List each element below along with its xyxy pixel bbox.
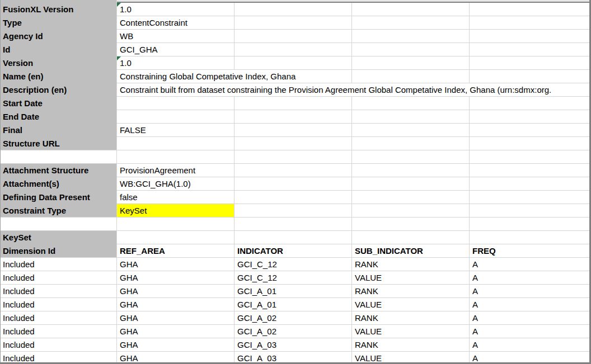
empty-cell[interactable]: [352, 137, 470, 150]
empty-cell[interactable]: [470, 218, 591, 231]
empty-cell[interactable]: [470, 56, 591, 70]
value-structure-url[interactable]: [117, 137, 234, 150]
empty-cell[interactable]: [352, 30, 470, 43]
cell-indicator[interactable]: GCI_A_02: [234, 311, 352, 325]
value-end-date[interactable]: [117, 110, 234, 124]
label-dimension-id[interactable]: Dimension Id: [0, 244, 117, 258]
keyset-header-freq[interactable]: FREQ: [470, 244, 591, 258]
empty-cell[interactable]: [352, 43, 470, 56]
cell-indicator[interactable]: GCI_C_12: [234, 271, 352, 285]
cell-sub-indicator[interactable]: RANK: [352, 311, 470, 325]
cell-included[interactable]: Included: [0, 271, 117, 285]
cell-sub-indicator[interactable]: VALUE: [352, 298, 470, 311]
empty-cell[interactable]: [0, 218, 117, 231]
empty-cell[interactable]: [470, 150, 591, 164]
empty-cell[interactable]: [352, 16, 470, 30]
empty-cell[interactable]: [234, 97, 352, 110]
empty-cell[interactable]: [117, 150, 234, 164]
empty-cell[interactable]: [470, 191, 591, 204]
empty-cell[interactable]: [352, 56, 470, 70]
label-constraint-type[interactable]: Constraint Type: [0, 204, 117, 218]
value-agency-id[interactable]: WB: [117, 30, 234, 43]
cell-indicator[interactable]: GCI_A_03: [234, 338, 352, 352]
empty-cell[interactable]: [352, 191, 470, 204]
cell-sub-indicator[interactable]: VALUE: [352, 325, 470, 338]
cell-freq[interactable]: A: [470, 285, 591, 298]
value-description-en[interactable]: Constraint built from dataset constraini…: [117, 83, 591, 97]
cell-included[interactable]: Included: [0, 325, 117, 338]
empty-cell[interactable]: [352, 218, 470, 231]
empty-cell[interactable]: [234, 124, 352, 137]
cell-sub-indicator[interactable]: VALUE: [352, 271, 470, 285]
keyset-header-ref-area[interactable]: REF_AREA: [117, 244, 234, 258]
empty-cell[interactable]: [352, 164, 470, 177]
value-attachment-structure[interactable]: ProvisionAgreement: [117, 164, 234, 177]
label-start-date[interactable]: Start Date: [0, 97, 117, 110]
empty-cell[interactable]: [470, 231, 591, 244]
value-type[interactable]: ContentConstraint: [117, 16, 234, 30]
cell-freq[interactable]: A: [470, 298, 591, 311]
cell-ref-area[interactable]: GHA: [117, 311, 234, 325]
empty-cell[interactable]: [234, 137, 352, 150]
label-attachments[interactable]: Attachment(s): [0, 177, 117, 191]
cell-indicator[interactable]: GCI_A_02: [234, 325, 352, 338]
empty-cell[interactable]: [0, 150, 117, 164]
cell-ref-area[interactable]: GHA: [117, 298, 234, 311]
cell-ref-area[interactable]: GHA: [117, 338, 234, 352]
empty-cell[interactable]: [352, 97, 470, 110]
empty-cell[interactable]: [470, 97, 591, 110]
label-attachment-structure[interactable]: Attachment Structure: [0, 164, 117, 177]
empty-cell[interactable]: [234, 191, 352, 204]
value-final[interactable]: FALSE: [117, 124, 234, 137]
empty-cell[interactable]: [234, 30, 352, 43]
empty-cell[interactable]: [470, 43, 591, 56]
empty-cell[interactable]: [234, 218, 352, 231]
empty-cell[interactable]: [352, 150, 470, 164]
cell-ref-area[interactable]: GHA: [117, 285, 234, 298]
cell-ref-area[interactable]: GHA: [117, 325, 234, 338]
empty-cell[interactable]: [470, 110, 591, 124]
cell-sub-indicator[interactable]: RANK: [352, 338, 470, 352]
cell-included[interactable]: Included: [0, 311, 117, 325]
empty-cell[interactable]: [234, 110, 352, 124]
cell-ref-area[interactable]: GHA: [117, 258, 234, 271]
empty-cell[interactable]: [352, 110, 470, 124]
cell-indicator[interactable]: GCI_A_01: [234, 285, 352, 298]
empty-cell[interactable]: [234, 150, 352, 164]
cell-indicator[interactable]: GCI_C_12: [234, 258, 352, 271]
cell-freq[interactable]: A: [470, 325, 591, 338]
cell-freq[interactable]: A: [470, 271, 591, 285]
value-version[interactable]: 1.0: [117, 56, 234, 70]
empty-cell[interactable]: [470, 16, 591, 30]
empty-cell[interactable]: [470, 124, 591, 137]
empty-cell[interactable]: [234, 164, 352, 177]
label-name-en[interactable]: Name (en): [0, 70, 117, 83]
value-attachments[interactable]: WB:GCI_GHA(1.0): [117, 177, 234, 191]
empty-cell[interactable]: [234, 3, 352, 16]
label-fusionxl-version[interactable]: FusionXL Version: [0, 3, 117, 16]
label-agency-id[interactable]: Agency Id: [0, 30, 117, 43]
empty-cell[interactable]: [234, 204, 352, 218]
value-fusionxl-version[interactable]: 1.0: [117, 3, 234, 16]
label-type[interactable]: Type: [0, 16, 117, 30]
keyset-header-sub-indicator[interactable]: SUB_INDICATOR: [352, 244, 470, 258]
empty-cell[interactable]: [352, 204, 470, 218]
empty-cell[interactable]: [470, 204, 591, 218]
label-id[interactable]: Id: [0, 43, 117, 56]
cell-freq[interactable]: A: [470, 311, 591, 325]
empty-cell[interactable]: [470, 164, 591, 177]
empty-cell[interactable]: [470, 3, 591, 16]
label-final[interactable]: Final: [0, 124, 117, 137]
value-start-date[interactable]: [117, 97, 234, 110]
cell-ref-area[interactable]: GHA: [117, 271, 234, 285]
keyset-header-indicator[interactable]: INDICATOR: [234, 244, 352, 258]
empty-cell[interactable]: [470, 177, 591, 191]
cell-freq[interactable]: A: [470, 338, 591, 352]
label-description-en[interactable]: Description (en): [0, 83, 117, 97]
empty-cell[interactable]: [352, 231, 470, 244]
label-defining-data-present[interactable]: Defining Data Present: [0, 191, 117, 204]
cell-indicator[interactable]: GCI_A_01: [234, 298, 352, 311]
empty-cell[interactable]: [470, 30, 591, 43]
empty-cell[interactable]: [234, 43, 352, 56]
value-id[interactable]: GCI_GHA: [117, 43, 234, 56]
